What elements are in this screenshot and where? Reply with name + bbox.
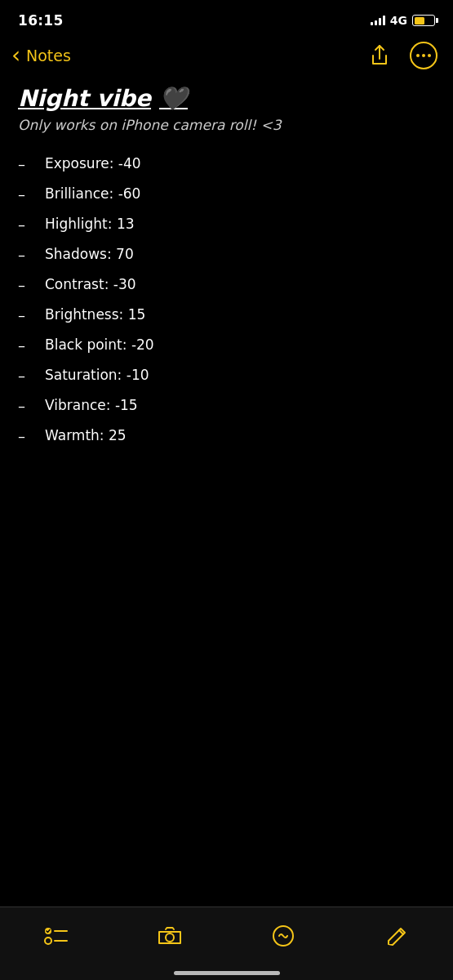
share-button[interactable] (365, 41, 394, 70)
back-label: Notes (26, 47, 71, 65)
list-item: –Highlight: 13 (18, 213, 435, 235)
status-right: 4G (371, 14, 435, 27)
list-item-text: Warmth: 25 (45, 425, 127, 447)
more-circle-icon (410, 42, 437, 69)
battery-fill (415, 17, 425, 24)
list-item: –Exposure: -40 (18, 153, 435, 175)
list-item-text: Brilliance: -60 (45, 184, 140, 205)
checklist-button[interactable] (36, 915, 77, 956)
list-item-text: Highlight: 13 (45, 214, 135, 235)
nav-bar: Notes (0, 36, 453, 78)
note-subtitle: Only works on iPhone camera roll! <3 (18, 117, 435, 133)
list-item: –Shadows: 70 (18, 243, 435, 265)
list-item: –Saturation: -10 (18, 364, 435, 386)
list-item-text: Black point: -20 (45, 335, 154, 356)
list-item: –Brilliance: -60 (18, 183, 435, 205)
list-item: –Contrast: -30 (18, 274, 435, 296)
camera-button[interactable] (149, 915, 190, 956)
dash: – (18, 274, 25, 296)
bottom-toolbar (0, 906, 453, 980)
more-button[interactable] (409, 41, 438, 70)
note-content: Night vibe 🖤 Only works on iPhone camera… (0, 78, 453, 447)
signal-icon (371, 16, 385, 25)
more-dot-3 (428, 54, 431, 57)
nav-actions (365, 41, 438, 70)
edit-button[interactable] (376, 915, 417, 956)
network-label: 4G (390, 14, 407, 27)
list-item: –Warmth: 25 (18, 425, 435, 447)
svg-point-1 (45, 938, 51, 944)
list-item-text: Vibrance: -15 (45, 395, 138, 416)
dash: – (18, 394, 25, 416)
battery-icon (412, 15, 435, 26)
list-item-text: Contrast: -30 (45, 274, 136, 296)
list-item: –Black point: -20 (18, 334, 435, 356)
list-item: –Vibrance: -15 (18, 394, 435, 416)
back-button[interactable]: Notes (11, 47, 71, 65)
list-item-text: Exposure: -40 (45, 154, 141, 175)
status-bar: 16:15 4G (0, 0, 453, 36)
dash: – (18, 304, 25, 326)
dash: – (18, 183, 25, 205)
chevron-left-icon (11, 47, 23, 65)
svg-point-4 (166, 933, 174, 942)
settings-list: –Exposure: -40–Brilliance: -60–Highlight… (18, 153, 435, 447)
dash: – (18, 334, 25, 356)
note-title: Night vibe 🖤 (18, 85, 435, 112)
battery-indicator (412, 15, 435, 26)
dash: – (18, 425, 25, 447)
list-item-text: Shadows: 70 (45, 244, 134, 265)
more-dot-2 (422, 54, 425, 57)
dash: – (18, 153, 25, 175)
note-title-emoji: 🖤 (159, 85, 188, 112)
list-item-text: Brightness: 15 (45, 305, 145, 326)
home-indicator (174, 971, 280, 975)
dash: – (18, 213, 25, 235)
dash: – (18, 364, 25, 386)
note-title-text: Night vibe (18, 85, 151, 112)
list-item: –Brightness: 15 (18, 304, 435, 326)
more-dot-1 (416, 54, 420, 57)
dash: – (18, 243, 25, 265)
markup-button[interactable] (263, 915, 304, 956)
list-item-text: Saturation: -10 (45, 365, 149, 386)
status-time: 16:15 (18, 12, 64, 29)
